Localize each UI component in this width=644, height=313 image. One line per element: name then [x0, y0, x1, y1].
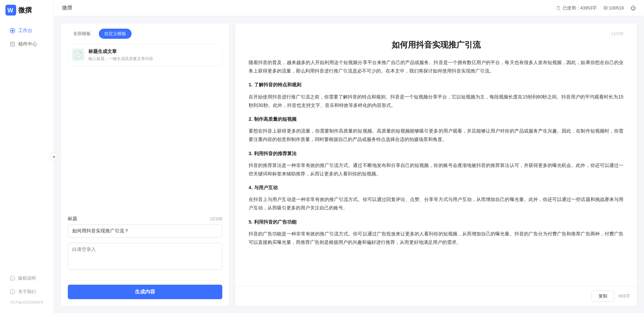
template-item-desc: 输入标题，一键生成高质量文章内容: [88, 56, 153, 62]
form-section: 标题 12/100: [61, 216, 229, 243]
svg-point-3: [11, 30, 13, 32]
app-name: 微撰: [18, 6, 32, 15]
article-content[interactable]: 如何用抖音实现推广引流 随着抖音的普及，越来越多的人开始利用这个短视频分享平台来…: [235, 36, 637, 286]
article-paragraph: 抖音的广告功能是一种非常有效的推广引流方式。你可以通过广告投放来让更多的人看到你…: [249, 230, 623, 247]
template-item-name: 标题生成文章: [88, 49, 153, 55]
article-footer: 复制 693字: [235, 286, 637, 306]
drafts-label: 稿件中心: [18, 41, 37, 47]
copyright-icon: ©: [9, 275, 16, 281]
form-label-row: 标题 12/100: [68, 216, 222, 222]
copy-button[interactable]: 复制: [591, 290, 614, 302]
usage-info: 🗒 已使用：43953字: [556, 5, 597, 11]
sidebar-item-workbench[interactable]: 工作台: [3, 24, 51, 37]
content-textarea[interactable]: [68, 243, 222, 270]
sidebar-item-drafts[interactable]: 稿件中心: [3, 38, 51, 51]
panel-header: 全部模板 自定义模板: [61, 23, 229, 39]
title-label: 标题: [68, 216, 77, 222]
title-input[interactable]: [68, 225, 222, 237]
divider: [68, 280, 222, 281]
collapse-button[interactable]: ◀: [50, 152, 58, 161]
left-panel: 全部模板 自定义模板 📄 标题生成文章 输入标题，一键生成高质量文章内容 标题 …: [61, 23, 229, 306]
article-paragraph: 5. 利用抖音的广告功能: [249, 218, 623, 226]
icp-text: ©ICP备2022016846号: [0, 299, 54, 306]
article-paragraph: 1. 了解抖音的特点和规则: [249, 81, 623, 89]
svg-rect-4: [10, 42, 15, 46]
sidebar-item-copyright[interactable]: © 版权说明: [3, 272, 51, 285]
svg-text:W: W: [7, 7, 13, 14]
topbar-title: 微撰: [62, 5, 72, 11]
user-id: ID:100519: [604, 5, 624, 10]
template-list: 📄 标题生成文章 输入标题，一键生成高质量文章内容: [61, 39, 229, 216]
word-count: 693字: [618, 293, 630, 299]
textarea-section: [61, 243, 229, 276]
article-paragraph: 4. 与用户互动: [249, 183, 623, 192]
about-icon: [9, 289, 16, 295]
svg-point-11: [12, 290, 13, 291]
article-paragraph: 在开始使用抖音进行推广引流之前，你需要了解抖音的特点和规则。抖音是一个短视频分享…: [249, 93, 623, 110]
template-item-info: 标题生成文章 输入标题，一键生成高质量文章内容: [88, 49, 153, 62]
article-paragraph: 要想在抖音上获得更多的流量，你需要制作高质量的短视频。高质量的短视频能够吸引更多…: [249, 127, 623, 144]
template-item[interactable]: 📄 标题生成文章 输入标题，一键生成高质量文章内容: [68, 44, 222, 66]
article-paragraph: 抖音的推荐算法是一种非常有效的推广引流方式。通过不断地发布和分享自己的短视频，你…: [249, 161, 623, 178]
usage-label: 已使用：43953字: [563, 5, 597, 11]
sidebar-item-about[interactable]: 关于我们: [3, 285, 51, 298]
char-count: 12/100: [210, 217, 222, 221]
article-title: 如何用抖音实现推广引流: [249, 39, 623, 50]
usage-icon: 🗒: [556, 5, 561, 11]
page-info: 11/100: [611, 31, 623, 36]
copyright-label: 版权说明: [18, 275, 36, 281]
topbar: 微撰 🗒 已使用：43953字 ID:100519 ⏻: [54, 0, 644, 16]
workbench-icon: [9, 28, 16, 34]
tab-all-templates[interactable]: 全部模板: [68, 29, 96, 39]
article-paragraph: 3. 利用抖音的推荐算法: [249, 149, 623, 158]
article-paragraph: 随着抖音的普及，越来越多的人开始利用这个短视频分享平台来推广自己的产品或服务。抖…: [249, 58, 623, 75]
article-body: 随着抖音的普及，越来越多的人开始利用这个短视频分享平台来推广自己的产品或服务。抖…: [249, 58, 623, 247]
tab-custom-templates[interactable]: 自定义模板: [99, 29, 132, 39]
template-item-icon: 📄: [72, 49, 84, 61]
logout-button[interactable]: ⏻: [631, 5, 636, 11]
about-label: 关于我们: [18, 289, 36, 295]
logo-icon: W: [5, 5, 16, 16]
workbench-label: 工作台: [18, 28, 32, 34]
generate-button[interactable]: 生成内容: [68, 285, 222, 299]
sidebar-nav: 工作台 稿件中心: [0, 20, 54, 268]
article-header: 11/100: [235, 23, 637, 36]
topbar-right: 🗒 已使用：43953字 ID:100519 ⏻: [556, 5, 636, 11]
right-panel: 11/100 如何用抖音实现推广引流 随着抖音的普及，越来越多的人开始利用这个短…: [235, 23, 637, 306]
main-area: 微撰 🗒 已使用：43953字 ID:100519 ⏻ 全部模板 自定义模板 📄…: [54, 0, 644, 313]
sidebar-bottom: © 版权说明 关于我们 ©ICP备2022016846号: [0, 268, 54, 313]
drafts-icon: [9, 41, 16, 47]
sidebar: W 微撰 工作台 稿件中心: [0, 0, 54, 313]
article-paragraph: 在抖音上与用户互动是一种非常有效的推广引流方式。你可以通过回复评论、点赞、分享等…: [249, 195, 623, 212]
content-area: 全部模板 自定义模板 📄 标题生成文章 输入标题，一键生成高质量文章内容 标题 …: [54, 16, 644, 313]
article-paragraph: 2. 制作高质量的短视频: [249, 115, 623, 123]
svg-text:©: ©: [11, 277, 13, 280]
logo-area: W 微撰: [0, 0, 54, 20]
